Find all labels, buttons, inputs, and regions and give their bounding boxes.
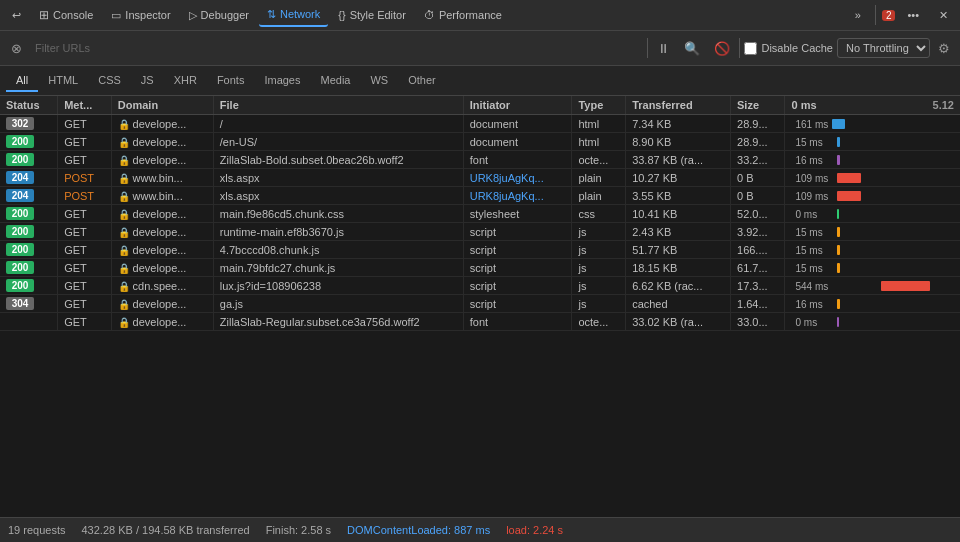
debugger-btn[interactable]: ▷ Debugger	[181, 5, 257, 26]
timeline-cell: 0 ms	[785, 313, 960, 331]
table-row[interactable]: 302GET🔒 develope.../documenthtml7.34 KB2…	[0, 115, 960, 133]
status-badge: 200	[6, 207, 34, 220]
inspector-btn[interactable]: ▭ Inspector	[103, 5, 178, 26]
filter-url-input[interactable]	[31, 40, 643, 56]
network-table-container[interactable]: Status Met... Domain File Initiator Type…	[0, 96, 960, 517]
menu-btn[interactable]: •••	[899, 5, 927, 25]
style-editor-btn[interactable]: {} Style Editor	[330, 5, 414, 25]
method-cell: GET	[58, 277, 112, 295]
timeline-bar-label: 109 ms	[795, 173, 828, 184]
timeline-bar	[837, 137, 840, 147]
table-row[interactable]: GET🔒 develope...ZillaSlab-Regular.subset…	[0, 313, 960, 331]
size-cell: 3.92...	[731, 223, 785, 241]
timeline-cell: 0 ms	[785, 205, 960, 223]
debugger-icon: ▷	[189, 9, 197, 22]
type-tab-css[interactable]: CSS	[88, 70, 131, 92]
table-row[interactable]: 204POST🔒 www.bin...xls.aspxURK8juAgKq...…	[0, 187, 960, 205]
type-tab-media[interactable]: Media	[310, 70, 360, 92]
type-tabs: AllHTMLCSSJSXHRFontsImagesMediaWSOther	[0, 66, 960, 96]
block-btn[interactable]: 🚫	[709, 38, 735, 59]
type-tab-html[interactable]: HTML	[38, 70, 88, 92]
initiator-cell: script	[463, 241, 572, 259]
gear-btn[interactable]: ⚙	[934, 39, 954, 58]
col-domain[interactable]: Domain	[111, 96, 213, 115]
search-btn[interactable]: 🔍	[679, 38, 705, 59]
console-btn[interactable]: ⊞ Console	[31, 4, 101, 26]
close-btn[interactable]: ✕	[931, 5, 956, 26]
table-row[interactable]: 200GET🔒 develope.../en-US/documenthtml8.…	[0, 133, 960, 151]
col-type[interactable]: Type	[572, 96, 626, 115]
timeline-cell: 15 ms	[785, 241, 960, 259]
clear-filter-btn[interactable]: ⊗	[6, 38, 27, 59]
col-transferred[interactable]: Transferred	[626, 96, 731, 115]
domain-cell: 🔒 develope...	[111, 259, 213, 277]
status-badge: 200	[6, 279, 34, 292]
method-cell: POST	[58, 169, 112, 187]
back-btn[interactable]: ↩	[4, 5, 29, 26]
table-row[interactable]: 200GET🔒 develope...runtime-main.ef8b3670…	[0, 223, 960, 241]
filter-sep-1	[647, 38, 648, 58]
domain-cell: 🔒 develope...	[111, 205, 213, 223]
col-file[interactable]: File	[213, 96, 463, 115]
type-cell: js	[572, 259, 626, 277]
size-cell: 28.9...	[731, 115, 785, 133]
table-row[interactable]: 200GET🔒 cdn.spee...lux.js?id=108906238sc…	[0, 277, 960, 295]
lock-icon: 🔒	[118, 119, 133, 130]
initiator-cell: script	[463, 259, 572, 277]
type-tab-images[interactable]: Images	[254, 70, 310, 92]
initiator-cell: stylesheet	[463, 205, 572, 223]
clear-filter-icon: ⊗	[11, 41, 22, 56]
lock-icon: 🔒	[118, 155, 133, 166]
col-method[interactable]: Met...	[58, 96, 112, 115]
table-header-row: Status Met... Domain File Initiator Type…	[0, 96, 960, 115]
lock-icon: 🔒	[118, 191, 133, 202]
col-size[interactable]: Size	[731, 96, 785, 115]
table-row[interactable]: 200GET🔒 develope...4.7bcccd08.chunk.jssc…	[0, 241, 960, 259]
lock-icon: 🔒	[118, 209, 133, 220]
search-icon: 🔍	[684, 41, 700, 56]
file-cell: /en-US/	[213, 133, 463, 151]
transferred-cell: 51.77 KB	[626, 241, 731, 259]
request-count: 19 requests	[8, 524, 65, 536]
col-initiator[interactable]: Initiator	[463, 96, 572, 115]
timeline-bar	[832, 119, 845, 129]
type-tab-ws[interactable]: WS	[360, 70, 398, 92]
inspector-label: Inspector	[125, 9, 170, 21]
timeline-bar	[837, 317, 839, 327]
table-row[interactable]: 200GET🔒 develope...ZillaSlab-Bold.subset…	[0, 151, 960, 169]
col-timeline[interactable]: 0 ms 5.12	[785, 96, 960, 115]
timeline-bar	[881, 281, 930, 291]
performance-btn[interactable]: ⏱ Performance	[416, 5, 510, 25]
type-tab-other[interactable]: Other	[398, 70, 446, 92]
status-bar: 19 requests 432.28 KB / 194.58 KB transf…	[0, 517, 960, 542]
timeline-cell: 15 ms	[785, 259, 960, 277]
size-cell: 17.3...	[731, 277, 785, 295]
type-cell: js	[572, 223, 626, 241]
table-row[interactable]: 204POST🔒 www.bin...xls.aspxURK8juAgKq...…	[0, 169, 960, 187]
size-cell: 166....	[731, 241, 785, 259]
type-cell: octe...	[572, 313, 626, 331]
type-tab-all[interactable]: All	[6, 70, 38, 92]
table-row[interactable]: 304GET🔒 develope...ga.jsscriptjscached1.…	[0, 295, 960, 313]
pause-btn[interactable]: ⏸	[652, 38, 675, 59]
throttle-select[interactable]: No Throttling Offline Slow 3G Fast 3G	[837, 38, 930, 58]
disable-cache-label[interactable]: Disable Cache	[744, 42, 833, 55]
table-row[interactable]: 200GET🔒 develope...main.f9e86cd5.chunk.c…	[0, 205, 960, 223]
col-status[interactable]: Status	[0, 96, 58, 115]
lock-icon: 🔒	[118, 245, 133, 256]
type-tab-xhr[interactable]: XHR	[164, 70, 207, 92]
network-btn[interactable]: ⇅ Network	[259, 4, 328, 27]
type-tab-fonts[interactable]: Fonts	[207, 70, 255, 92]
close-icon: ✕	[939, 9, 948, 22]
menu-icon: •••	[907, 9, 919, 21]
more-tools-btn[interactable]: »	[847, 5, 869, 25]
method-cell: GET	[58, 115, 112, 133]
method-cell: GET	[58, 133, 112, 151]
table-row[interactable]: 200GET🔒 develope...main.79bfdc27.chunk.j…	[0, 259, 960, 277]
file-cell: ZillaSlab-Regular.subset.ce3a756d.woff2	[213, 313, 463, 331]
type-tab-js[interactable]: JS	[131, 70, 164, 92]
inspector-icon: ▭	[111, 9, 121, 22]
disable-cache-checkbox[interactable]	[744, 42, 757, 55]
initiator-cell: script	[463, 295, 572, 313]
file-cell: runtime-main.ef8b3670.js	[213, 223, 463, 241]
